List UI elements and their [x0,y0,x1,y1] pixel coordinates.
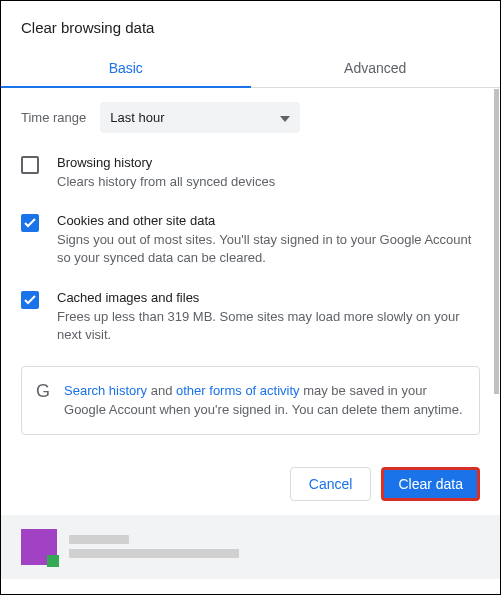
tab-basic[interactable]: Basic [1,50,251,88]
google-account-notice: G Search history and other forms of acti… [21,366,480,435]
clear-data-button[interactable]: Clear data [381,467,480,501]
item-desc-0: Clears history from all synced devices [57,173,480,191]
notice-text-between: and [147,383,176,398]
redacted-account-info [69,535,239,558]
item-desc-1: Signs you out of most sites. You'll stay… [57,231,480,267]
tabs: Basic Advanced [1,50,500,88]
google-icon: G [36,381,50,402]
avatar [21,529,57,565]
other-activity-link[interactable]: other forms of activity [176,383,300,398]
cancel-button[interactable]: Cancel [290,467,372,501]
checkbox-0[interactable] [21,156,39,174]
search-history-link[interactable]: Search history [64,383,147,398]
item-title-1: Cookies and other site data [57,213,480,228]
time-range-select[interactable]: Last hour [100,102,300,133]
item-title-0: Browsing history [57,155,480,170]
checkbox-1[interactable] [21,214,39,232]
account-strip [1,515,500,579]
item-title-2: Cached images and files [57,290,480,305]
item-desc-2: Frees up less than 319 MB. Some sites ma… [57,308,480,344]
dialog-title: Clear browsing data [1,1,500,50]
time-range-value: Last hour [110,110,164,125]
scrollbar[interactable] [494,89,499,394]
checkbox-2[interactable] [21,291,39,309]
tab-advanced[interactable]: Advanced [251,50,501,87]
time-range-label: Time range [21,110,86,125]
chevron-down-icon [280,110,290,125]
footer-text: To clear browsing data from this device … [1,579,500,595]
